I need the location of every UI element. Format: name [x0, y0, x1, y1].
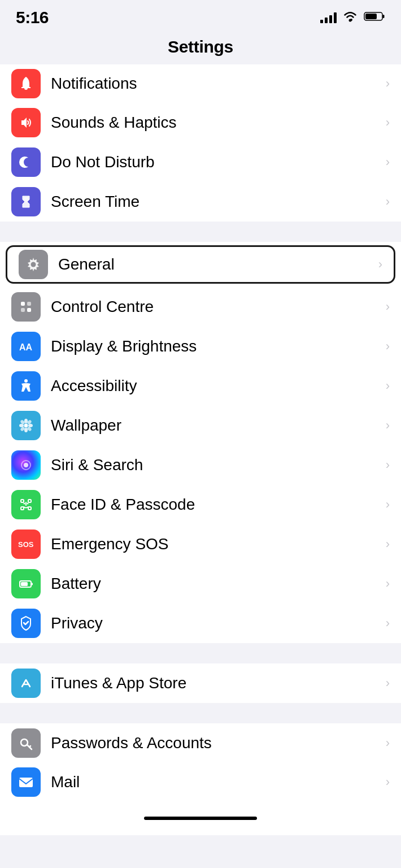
settings-row-controlcentre[interactable]: Control Centre ›	[0, 287, 401, 327]
svg-line-36	[29, 746, 30, 747]
mail-chevron: ›	[386, 775, 390, 789]
displaybrightness-chevron: ›	[386, 339, 390, 354]
settings-row-passwords[interactable]: Passwords & Accounts ›	[0, 723, 401, 763]
page-header: Settings	[0, 32, 401, 64]
faceid-label: Face ID & Passcode	[51, 496, 381, 514]
general-chevron: ›	[378, 257, 382, 272]
section-general: General › Control Centre › AA Display & …	[0, 242, 401, 643]
section-notifications: Notifications › Sounds & Haptics › Do No…	[0, 64, 401, 222]
wallpaper-label: Wallpaper	[51, 416, 381, 435]
settings-row-appstore[interactable]: iTunes & App Store ›	[0, 663, 401, 703]
svg-rect-24	[28, 500, 31, 502]
passwords-icon	[11, 728, 41, 758]
settings-row-wallpaper[interactable]: Wallpaper ›	[0, 406, 401, 445]
status-bar: 5:16	[0, 0, 401, 32]
settings-row-accessibility[interactable]: Accessibility ›	[0, 366, 401, 406]
wallpaper-chevron: ›	[386, 418, 390, 433]
home-indicator-area	[0, 801, 401, 835]
divider-1	[0, 222, 401, 242]
controlcentre-chevron: ›	[386, 300, 390, 314]
notifications-chevron: ›	[386, 76, 390, 91]
battery-label: Battery	[51, 575, 381, 593]
svg-rect-9	[27, 308, 31, 312]
accessibility-chevron: ›	[386, 379, 390, 393]
settings-row-donotdisturb[interactable]: Do Not Disturb ›	[0, 142, 401, 182]
settings-row-general[interactable]: General ›	[6, 245, 395, 284]
settings-row-siri[interactable]: Siri & Search ›	[0, 445, 401, 485]
donotdisturb-label: Do Not Disturb	[51, 153, 381, 171]
sounds-label: Sounds & Haptics	[51, 114, 381, 132]
notifications-icon	[11, 69, 41, 98]
battery-icon	[364, 11, 385, 24]
settings-row-battery[interactable]: Battery ›	[0, 564, 401, 604]
mail-icon	[11, 767, 41, 797]
settings-row-displaybrightness[interactable]: AA Display & Brightness ›	[0, 327, 401, 366]
divider-2	[0, 643, 401, 663]
appstore-label: iTunes & App Store	[51, 674, 381, 692]
settings-row-sos[interactable]: SOS Emergency SOS ›	[0, 524, 401, 564]
mail-label: Mail	[51, 773, 381, 791]
displaybrightness-icon: AA	[11, 332, 41, 361]
displaybrightness-label: Display & Brightness	[51, 337, 381, 355]
general-icon	[19, 250, 48, 279]
privacy-chevron: ›	[386, 616, 390, 631]
svg-rect-33	[21, 582, 28, 586]
appstore-chevron: ›	[386, 676, 390, 691]
svg-text:SOS: SOS	[18, 540, 34, 549]
donotdisturb-icon	[11, 147, 41, 177]
svg-rect-3	[365, 14, 377, 19]
donotdisturb-chevron: ›	[386, 155, 390, 170]
svg-rect-26	[28, 507, 31, 510]
svg-rect-2	[383, 15, 385, 18]
passwords-label: Passwords & Accounts	[51, 734, 381, 752]
svg-point-5	[31, 262, 36, 267]
svg-point-28	[27, 503, 29, 505]
wallpaper-icon	[11, 411, 41, 440]
appstore-icon	[11, 669, 41, 698]
screentime-icon	[11, 187, 41, 216]
svg-point-14	[24, 428, 28, 432]
page-title: Settings	[0, 37, 401, 57]
notifications-label: Notifications	[51, 75, 381, 93]
siri-label: Siri & Search	[51, 456, 381, 474]
svg-point-27	[24, 503, 25, 505]
settings-row-notifications[interactable]: Notifications ›	[0, 64, 401, 103]
settings-row-mail[interactable]: Mail ›	[0, 763, 401, 801]
settings-row-faceid[interactable]: Face ID & Passcode ›	[0, 485, 401, 524]
settings-row-sounds[interactable]: Sounds & Haptics ›	[0, 103, 401, 142]
battery-chevron: ›	[386, 576, 390, 591]
sounds-icon	[11, 108, 41, 137]
faceid-chevron: ›	[386, 497, 390, 512]
svg-point-16	[28, 424, 33, 427]
svg-point-13	[24, 419, 28, 423]
svg-point-22	[24, 463, 28, 467]
svg-point-11	[24, 379, 28, 383]
section-store: iTunes & App Store ›	[0, 663, 401, 703]
svg-text:AA: AA	[19, 342, 33, 352]
svg-rect-7	[27, 302, 31, 306]
svg-rect-25	[21, 507, 24, 510]
battery-icon	[11, 569, 41, 598]
svg-rect-32	[31, 583, 33, 585]
screentime-label: Screen Time	[51, 193, 381, 211]
privacy-icon	[11, 609, 41, 638]
svg-point-15	[19, 424, 24, 427]
sos-icon: SOS	[11, 530, 41, 559]
svg-rect-37	[19, 778, 33, 787]
sos-chevron: ›	[386, 537, 390, 552]
accessibility-label: Accessibility	[51, 377, 381, 395]
passwords-chevron: ›	[386, 736, 390, 750]
controlcentre-label: Control Centre	[51, 298, 381, 316]
siri-chevron: ›	[386, 458, 390, 472]
svg-rect-8	[21, 308, 25, 312]
settings-row-privacy[interactable]: Privacy ›	[0, 604, 401, 643]
faceid-icon	[11, 490, 41, 519]
section-accounts: Passwords & Accounts › Mail ›	[0, 723, 401, 801]
divider-3	[0, 703, 401, 723]
screentime-chevron: ›	[386, 194, 390, 209]
svg-point-0	[349, 19, 352, 22]
general-label: General	[58, 255, 374, 274]
svg-point-12	[24, 424, 28, 428]
sos-label: Emergency SOS	[51, 535, 381, 553]
settings-row-screentime[interactable]: Screen Time ›	[0, 182, 401, 222]
